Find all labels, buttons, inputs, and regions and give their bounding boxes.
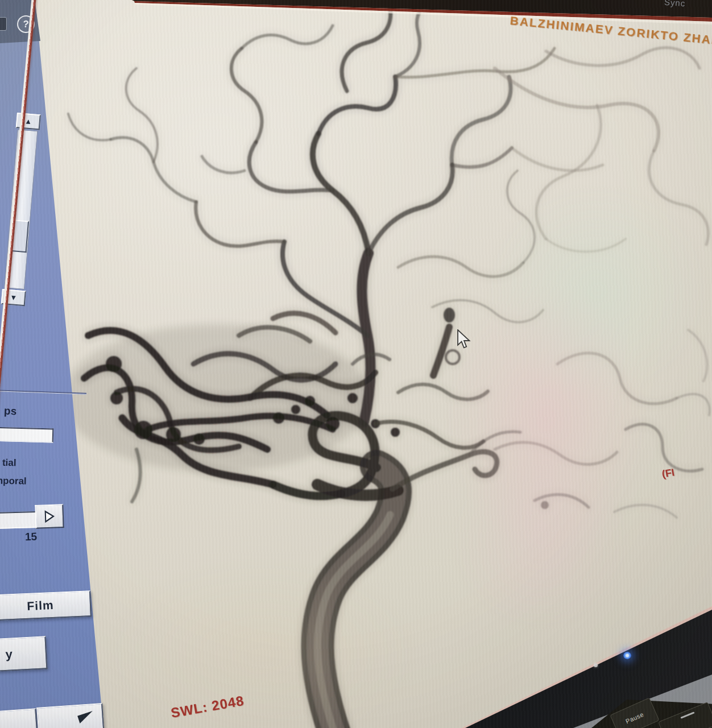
toolbar-partial-icon[interactable] [0, 17, 7, 31]
angiogram-vessels-image [0, 0, 712, 728]
frame-rate-value: 15 [25, 531, 38, 544]
mouse-cursor [457, 329, 473, 349]
bottom-small-button-1[interactable] [0, 708, 38, 728]
screen-photo: Sync ? ▲ ▼ ps tial mporal 15 Film y BALZ… [0, 0, 712, 728]
study-info-overlay: AN2 Dec 1 11 [669, 86, 712, 141]
frame-rate-slider[interactable] [0, 511, 36, 529]
fps-label-fragment: ps [4, 405, 17, 418]
power-led [623, 652, 631, 659]
play-arrow-icon [44, 510, 55, 523]
titlebar-text-fragment: Sync [664, 0, 685, 8]
partial-button[interactable]: y [0, 636, 47, 673]
bottom-small-button-2[interactable] [36, 703, 104, 728]
filter-option-temporal-fragment[interactable]: mporal [0, 475, 27, 487]
film-fragment-overlay: (FI [661, 466, 675, 481]
bezel-indicator-dot [594, 663, 598, 667]
sidebar-progress-bar[interactable] [0, 427, 53, 443]
arrow-mark-icon [77, 711, 95, 723]
filter-option-spatial-fragment[interactable]: tial [2, 457, 16, 469]
play-button[interactable] [35, 504, 64, 529]
film-button[interactable]: Film [0, 590, 92, 621]
